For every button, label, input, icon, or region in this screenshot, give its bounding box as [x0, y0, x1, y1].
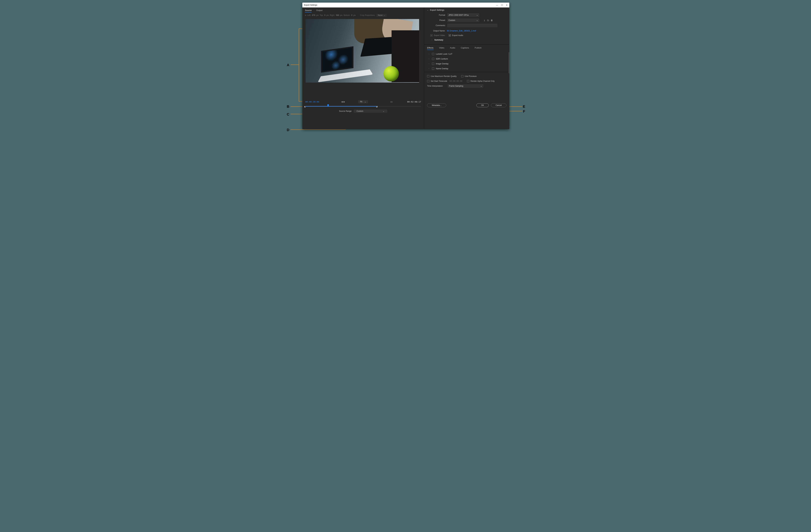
annotation-line [299, 29, 299, 101]
source-range-dropdown[interactable]: Custom ⌄ [354, 109, 387, 113]
zoom-dropdown[interactable]: Fit ⌄ [358, 100, 368, 103]
max-render-quality-label: Use Maximum Render Quality [431, 75, 457, 77]
tab-output[interactable]: Output [316, 9, 322, 13]
effect-sdr-checkbox[interactable] [432, 58, 434, 60]
tab-source[interactable]: Source [305, 9, 311, 13]
chevron-down-icon: ⌄ [480, 85, 482, 87]
delete-preset-icon[interactable]: 🗑 [491, 19, 493, 21]
crop-right-value[interactable]: 588 [336, 14, 339, 16]
crop-left-value[interactable]: 678 [312, 14, 315, 16]
scrollbar[interactable] [508, 52, 509, 73]
effect-image-overlay[interactable]: › Image Overlay [428, 61, 508, 66]
step-forward-icon[interactable]: ▶ [343, 101, 345, 103]
time-interpolation-label: Time Interpolation: [427, 85, 443, 87]
comments-input[interactable] [447, 24, 498, 27]
crop-bottom-label: Bottom: [343, 14, 350, 16]
crop-top-value[interactable]: 0 [324, 14, 325, 16]
minimize-icon[interactable]: — [496, 4, 498, 6]
window-title: Export Settings [304, 4, 317, 6]
annotation-E: E [523, 105, 525, 109]
aspect-ratio-icon[interactable]: ▭ [391, 101, 393, 103]
export-video-checkbox [430, 34, 432, 36]
tab-video[interactable]: Video [439, 47, 444, 50]
chevron-down-icon: ⌄ [365, 101, 366, 103]
ok-button[interactable]: OK [476, 103, 489, 107]
effect-sdr[interactable]: › SDR Conform [428, 57, 508, 61]
crop-top-unit: pix [326, 14, 329, 16]
annotation-D: D [287, 128, 289, 132]
import-preset-icon[interactable]: 🗀 [487, 19, 489, 21]
output-name-link[interactable]: 00 Dreamers_Edit_180831_1.mxf [447, 30, 476, 32]
chevron-down-icon: ⌄ [383, 110, 384, 112]
crop-proportions-dropdown[interactable]: None ⌄ [376, 14, 387, 17]
export-audio-label: Export Audio [452, 34, 463, 36]
close-icon[interactable]: ✕ [506, 4, 508, 6]
maximize-icon[interactable]: ☐ [501, 4, 503, 6]
effect-image-overlay-checkbox[interactable] [432, 63, 434, 65]
summary-label[interactable]: Summary [434, 39, 443, 41]
crop-bottom-value[interactable]: 0 [351, 14, 352, 16]
effect-image-overlay-label: Image Overlay [436, 63, 448, 65]
chevron-down-icon: ⌄ [476, 14, 478, 16]
preset-value: Custom [448, 19, 455, 21]
export-settings-window: Export Settings — ☐ ✕ Source Output ⌗ Le… [302, 3, 509, 129]
zoom-value: Fit [360, 101, 362, 103]
format-dropdown[interactable]: JPEG 2000 MXF OP1a ⌄ [447, 13, 479, 17]
use-previews-checkbox[interactable] [461, 75, 463, 77]
annotation-B: B [287, 105, 289, 109]
set-start-timecode-value: 00:00:00:00 [449, 80, 462, 82]
crop-right-label: Right: [330, 14, 335, 16]
set-start-timecode-checkbox[interactable] [427, 80, 429, 82]
tab-audio[interactable]: Audio [450, 47, 455, 50]
chevron-down-icon: ⌄ [383, 14, 385, 16]
in-point-handle[interactable]: ◣ [304, 105, 306, 108]
timeline-range[interactable] [305, 106, 377, 107]
export-audio-checkbox[interactable] [449, 34, 451, 36]
tab-publish[interactable]: Publish [475, 47, 481, 50]
out-point-handle[interactable]: ◢ [376, 105, 378, 108]
section-export-settings: Export Settings [430, 9, 444, 11]
annotation-A: A [287, 63, 289, 67]
effect-lumetri[interactable]: › Lumetri Look / LUT [428, 51, 508, 57]
chevron-down-icon[interactable]: ⌄ [427, 9, 428, 11]
crop-left-unit: pix [316, 14, 319, 16]
crop-right-unit: pix [340, 14, 342, 16]
titlebar[interactable]: Export Settings — ☐ ✕ [302, 3, 509, 7]
save-preset-icon[interactable]: ⤓ [484, 19, 485, 21]
format-label: Format: [433, 14, 446, 16]
crop-bottom-unit: pix [353, 14, 356, 16]
preset-label: Preset: [433, 19, 446, 21]
metadata-button[interactable]: Metadata... [427, 103, 446, 107]
source-range-label: Source Range: [339, 110, 352, 112]
chevron-right-icon[interactable]: › [432, 39, 432, 41]
chevron-right-icon: › [429, 63, 430, 64]
max-render-quality-checkbox[interactable] [427, 75, 429, 77]
set-start-timecode-label: Set Start Timecode [431, 80, 447, 82]
cancel-button[interactable]: Cancel [491, 103, 506, 107]
tab-effects[interactable]: Effects [427, 47, 433, 50]
effect-name-overlay-checkbox[interactable] [432, 67, 434, 70]
export-video-label: Export Video [434, 34, 445, 36]
crop-icon[interactable]: ⌗ [305, 14, 306, 17]
render-alpha-label: Render Alpha Channel Only [471, 80, 495, 82]
annotation-line [291, 130, 346, 130]
crop-top-label: Top: [320, 14, 323, 16]
effect-name-overlay-label: Name Overlay [436, 67, 448, 70]
preview-image [306, 19, 419, 82]
chevron-down-icon: ⌄ [476, 19, 478, 21]
annotation-C: C [287, 112, 289, 117]
preset-dropdown[interactable]: Custom ⌄ [447, 18, 479, 22]
chevron-right-icon: › [429, 58, 430, 60]
step-back-icon[interactable]: ◀ [341, 101, 342, 103]
timeline[interactable]: ◣ ◢ [305, 105, 421, 108]
crop-proportions-label: Crop Proportions: [360, 14, 375, 16]
timecode-current[interactable]: 00:00:39:04 [305, 101, 319, 103]
render-alpha-checkbox[interactable] [467, 80, 469, 82]
annotation-line [291, 114, 304, 114]
annotation-line [291, 64, 299, 65]
time-interpolation-dropdown[interactable]: Frame Sampling ⌄ [448, 84, 483, 88]
preview-area[interactable] [306, 19, 419, 82]
effect-name-overlay[interactable]: › Name Overlay [428, 66, 508, 71]
effect-lumetri-checkbox[interactable] [432, 53, 434, 55]
tab-captions[interactable]: Captions [461, 47, 469, 50]
